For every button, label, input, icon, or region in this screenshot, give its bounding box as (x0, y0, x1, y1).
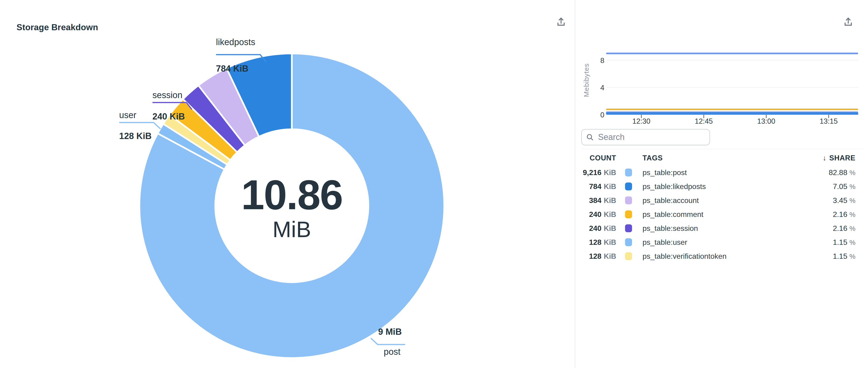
tag-color-swatch (625, 210, 632, 218)
y-axis-label: Mebibytes (583, 63, 590, 97)
count-value: 384 (589, 196, 601, 205)
panel-divider (575, 0, 575, 368)
tag-color-swatch (625, 224, 632, 232)
share-value: 7.05 (833, 182, 847, 191)
x-tick-label: 13:00 (757, 117, 775, 125)
slice-name: likedposts (216, 37, 267, 47)
count-value: 128 (589, 252, 601, 260)
column-header-count[interactable]: COUNT (581, 154, 616, 162)
share-unit: % (849, 253, 856, 260)
slice-label-post: 9 MiB post (371, 326, 406, 357)
storage-breakdown-panel: Storage Breakdown 10.86 MiB likedposts 7… (0, 0, 575, 368)
share-unit: % (849, 169, 856, 176)
slice-name: session (152, 90, 192, 100)
share-cell: 1.15% (833, 252, 856, 261)
table-row[interactable]: 9,216KiBps_table:post82.88% (581, 166, 856, 179)
upload-arrow-icon (556, 16, 566, 27)
table-header-row: COUNT TAGS ↓ SHARE (581, 152, 856, 165)
tag-color-swatch (625, 238, 632, 246)
count-unit: KiB (604, 196, 616, 205)
slice-name: post (371, 346, 406, 357)
tag-color-swatch (625, 196, 632, 204)
tag-label: ps_table:verificationtoken (643, 252, 833, 261)
share-unit: % (849, 183, 856, 190)
share-cell: 3.45% (833, 196, 856, 205)
count-value: 240 (589, 224, 601, 232)
count-cell: 240KiB (581, 224, 616, 233)
search-icon (586, 133, 594, 141)
callout-connector (152, 101, 192, 110)
count-value: 784 (589, 182, 601, 191)
callout-connector (371, 338, 406, 345)
y-tick-label: 8 (600, 57, 604, 65)
tag-label: ps_table:likedposts (643, 182, 833, 191)
table-body: 9,216KiBps_table:post82.88%784KiBps_tabl… (581, 166, 856, 263)
export-icon[interactable] (555, 15, 568, 28)
count-unit: KiB (604, 169, 616, 177)
slice-value: 9 MiB (371, 326, 406, 337)
share-value: 2.16 (833, 224, 847, 232)
tag-label: ps_table:comment (643, 210, 833, 219)
x-tick-label: 12:45 (695, 117, 713, 125)
tag-color-swatch (625, 169, 632, 176)
table-row[interactable]: 240KiBps_table:comment2.16% (581, 207, 856, 221)
column-header-tags[interactable]: TAGS (643, 154, 823, 162)
slice-label-user: user 128 KiB (119, 110, 161, 141)
table-row[interactable]: 128KiBps_table:verificationtoken1.15% (581, 249, 856, 263)
count-cell: 384KiB (581, 196, 616, 205)
count-cell: 128KiB (581, 238, 616, 247)
table-row[interactable]: 240KiBps_table:session2.16% (581, 221, 856, 235)
share-cell: 1.15% (833, 238, 856, 247)
share-cell: 2.16% (833, 224, 856, 233)
column-header-share-label: SHARE (829, 154, 856, 162)
count-value: 9,216 (583, 168, 601, 177)
share-unit: % (849, 211, 856, 218)
search-input[interactable] (598, 132, 705, 142)
upload-arrow-icon (843, 16, 854, 27)
tag-label: ps_table:post (643, 168, 829, 177)
share-value: 1.15 (833, 252, 847, 260)
table-row[interactable]: 384KiBps_table:account3.45% (581, 193, 856, 207)
count-unit: KiB (604, 210, 616, 219)
share-value: 2.16 (833, 210, 847, 219)
share-cell: 2.16% (833, 210, 856, 219)
count-value: 128 (589, 238, 601, 246)
count-unit: KiB (604, 224, 616, 232)
tag-color-swatch (625, 182, 632, 190)
count-unit: KiB (604, 252, 616, 260)
share-value: 3.45 (833, 196, 847, 205)
export-icon[interactable] (842, 15, 855, 28)
share-value: 82.88 (829, 168, 847, 177)
tag-label: ps_table:session (643, 224, 833, 233)
storage-timeseries-chart: 048Mebibytes12:3012:4513:0013:15 (582, 42, 866, 129)
tag-label: ps_table:user (643, 238, 833, 247)
tag-label: ps_table:account (643, 196, 833, 205)
count-unit: KiB (604, 238, 616, 246)
table-top-divider (581, 149, 863, 149)
slice-label-likedposts: likedposts 784 KiB (216, 37, 267, 74)
share-value: 1.15 (833, 238, 847, 246)
slice-name: user (119, 110, 161, 121)
count-value: 240 (589, 210, 601, 219)
search-box (581, 129, 710, 145)
y-tick-label: 4 (600, 84, 604, 92)
count-cell: 9,216KiB (581, 168, 616, 177)
slice-value: 128 KiB (119, 131, 161, 141)
count-cell: 784KiB (581, 182, 616, 191)
share-cell: 82.88% (829, 168, 856, 177)
table-row[interactable]: 128KiBps_table:user1.15% (581, 235, 856, 249)
share-unit: % (849, 239, 856, 246)
share-unit: % (849, 225, 856, 232)
x-tick-label: 12:30 (632, 117, 650, 125)
count-cell: 128KiB (581, 252, 616, 261)
table-row[interactable]: 784KiBps_table:likedposts7.05% (581, 179, 856, 193)
tags-table: COUNT TAGS ↓ SHARE 9,216KiBps_table:post… (581, 152, 856, 263)
share-cell: 7.05% (833, 182, 856, 191)
page-title: Storage Breakdown (17, 23, 98, 32)
share-unit: % (849, 197, 856, 204)
sort-descending-icon: ↓ (823, 154, 826, 162)
x-tick-label: 13:15 (819, 117, 838, 125)
slice-value: 784 KiB (216, 63, 267, 74)
column-header-share[interactable]: ↓ SHARE (823, 154, 856, 162)
count-cell: 240KiB (581, 210, 616, 219)
